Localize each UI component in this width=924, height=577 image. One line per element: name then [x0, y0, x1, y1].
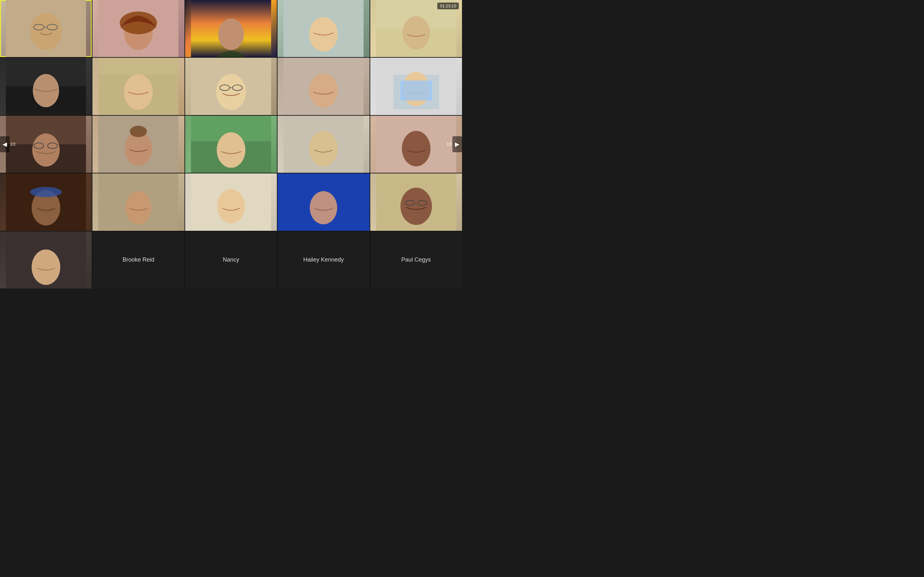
participant-cell-9 [278, 58, 369, 115]
nameplate-brooke-reid: Brooke Reid [123, 256, 154, 263]
svg-point-19 [33, 74, 59, 107]
participant-cell-12 [92, 116, 184, 173]
svg-rect-30 [284, 58, 364, 115]
right-arrow-icon: ▶ [455, 141, 459, 148]
participant-cell-21 [0, 231, 92, 288]
participant-cell-6 [0, 58, 92, 115]
participant-cell-2 [92, 0, 184, 57]
participant-cell-22: Brooke Reid [92, 231, 184, 288]
svg-point-47 [309, 131, 338, 166]
svg-point-56 [217, 189, 245, 223]
participant-cell-3 [185, 0, 277, 57]
svg-point-22 [124, 74, 153, 110]
participant-cell-14 [278, 116, 369, 173]
participant-cell-18 [185, 173, 277, 230]
svg-point-42 [130, 126, 147, 137]
left-arrow-icon: ◀ [3, 141, 7, 148]
svg-point-16 [402, 16, 430, 49]
nameplate-paul-cegys: Paul Cegys [401, 256, 431, 263]
participant-cell-17 [92, 173, 184, 230]
svg-rect-34 [401, 81, 432, 101]
svg-point-13 [309, 17, 338, 52]
participant-cell-8 [185, 58, 277, 115]
page-indicator-left: 2/2 [10, 142, 16, 147]
svg-point-54 [126, 191, 151, 224]
previous-page-button[interactable]: ◀ [0, 136, 10, 152]
svg-point-52 [30, 187, 61, 197]
svg-point-64 [32, 250, 60, 285]
participant-cell-23: Nancy [185, 231, 277, 288]
svg-point-60 [401, 188, 432, 225]
nameplate-hailey-kennedy: Hailey Kennedy [303, 256, 344, 263]
participant-cell-20 [370, 173, 462, 230]
participant-cell-1 [0, 0, 92, 57]
svg-point-24 [216, 74, 246, 110]
svg-point-49 [402, 131, 430, 166]
participant-cell-19 [278, 173, 369, 230]
participant-cell-13 [185, 116, 277, 173]
svg-point-58 [310, 191, 338, 224]
next-page-button[interactable]: ▶ [452, 136, 462, 152]
svg-rect-5 [6, 0, 86, 57]
svg-point-37 [32, 133, 60, 166]
svg-point-45 [216, 132, 245, 168]
page-indicator-right: 2/2 [446, 142, 452, 147]
meeting-timer: 01:23:10 [437, 3, 459, 9]
participant-cell-7 [92, 58, 184, 115]
svg-point-11 [218, 19, 244, 50]
video-grid: Brooke Reid Nancy Hailey Kennedy Paul Ce… [0, 0, 462, 288]
participant-cell-25: Paul Cegys [370, 231, 462, 288]
nameplate-nancy: Nancy [223, 256, 239, 263]
participant-cell-24: Hailey Kennedy [278, 231, 369, 288]
participant-cell-16 [0, 173, 92, 230]
participant-cell-4 [278, 0, 369, 57]
participant-cell-10 [370, 58, 462, 115]
